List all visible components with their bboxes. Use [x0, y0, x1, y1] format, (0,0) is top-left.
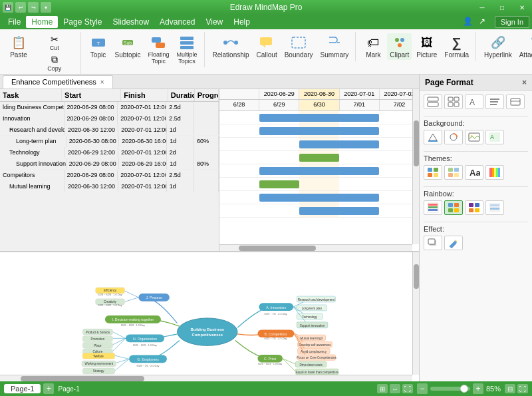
status-page-tab[interactable]: Page-1	[4, 384, 41, 393]
svg-rect-129	[492, 168, 494, 177]
subtopic-icon: Sub	[120, 35, 136, 51]
doc-tab-close[interactable]: ×	[100, 79, 104, 86]
right-panel: Page Format × A	[419, 75, 532, 381]
svg-rect-128	[489, 168, 492, 177]
fullscreen-toggle-button[interactable]: ⛶	[517, 384, 528, 393]
menu-page-style[interactable]: Page Style	[58, 16, 107, 28]
rainbow-btn-3[interactable]	[465, 200, 483, 215]
copy-icon: ⧉	[51, 54, 58, 65]
relationship-button[interactable]: Relationship	[210, 33, 252, 60]
fit-width-button[interactable]: ↔	[390, 384, 400, 393]
svg-text:6/29 ~ 6/29 · 1.0 Day: 6/29 ~ 6/29 · 1.0 Day	[98, 303, 122, 307]
menu-home[interactable]: Home	[26, 16, 58, 28]
mindmap-hscroll[interactable]	[0, 375, 412, 381]
theme-btn-2[interactable]	[444, 165, 463, 180]
title-bar: 💾 ↩ ↪ ▾ Edraw MindMap Pro ─ □ ✕	[0, 0, 532, 15]
svg-text:6/29 ~ 6/29 · 1.0 Day: 6/29 ~ 6/29 · 1.0 Day	[121, 323, 145, 327]
rainbow-btn-1[interactable]	[424, 200, 442, 215]
picture-button[interactable]: 🖼 Picture	[414, 33, 440, 60]
page-format-header: Page Format ×	[420, 75, 532, 91]
sign-in-button[interactable]: Sign In	[495, 16, 529, 28]
svg-text:A: A	[469, 98, 475, 107]
quick-redo-icon[interactable]: ↪	[28, 2, 39, 13]
theme-btn-font[interactable]: Aa	[465, 165, 483, 180]
full-screen-button[interactable]: ⛶	[402, 384, 413, 393]
fit-page-button[interactable]: ⊞	[377, 384, 388, 393]
minimize-button[interactable]: ─	[472, 0, 492, 15]
svg-text:J. Process: J. Process	[146, 296, 162, 299]
add-page-button[interactable]: +	[43, 383, 54, 394]
boundary-button[interactable]: Boundary	[282, 33, 316, 60]
floating-topic-button[interactable]: FloatingTopic	[145, 33, 172, 66]
subtopic-button[interactable]: Sub Subtopic	[112, 33, 144, 60]
theme-btn-rainbow[interactable]	[485, 165, 504, 180]
cut-button[interactable]: ✂ Cut	[33, 33, 76, 52]
menu-advanced[interactable]: Advanced	[154, 16, 200, 28]
multiple-topics-button[interactable]: MultipleTopics	[174, 33, 200, 66]
svg-text:Focus on Core Competencies: Focus on Core Competencies	[297, 356, 336, 359]
svg-text:6/29 ~ 6/29 · 1.0 Day: 6/29 ~ 6/29 · 1.0 Day	[98, 293, 122, 296]
document-tab[interactable]: Enhance Competitiveness ×	[3, 75, 113, 89]
theme-btn-1[interactable]	[424, 165, 442, 180]
maximize-button[interactable]: □	[492, 0, 512, 15]
gantt-vscroll[interactable]	[412, 89, 419, 244]
callout-button[interactable]: Callout	[254, 33, 280, 60]
svg-text:Technology: Technology	[302, 315, 318, 319]
page-format-close[interactable]: ×	[522, 78, 527, 87]
attachments-button[interactable]: 📎 Attachments	[517, 33, 532, 60]
layout-btn-5[interactable]	[506, 95, 525, 109]
summary-button[interactable]: Summary	[318, 33, 352, 60]
rainbow-btn-4[interactable]	[485, 200, 504, 215]
quick-undo-icon[interactable]: ↩	[15, 2, 26, 13]
hscroll-thumb[interactable]	[239, 246, 316, 251]
layout-btn-2[interactable]	[444, 95, 463, 109]
zoom-slider[interactable]	[430, 387, 470, 391]
mindmap-hscroll-thumb[interactable]	[21, 376, 144, 381]
mindmap-vscroll[interactable]	[412, 252, 419, 375]
quick-save-icon[interactable]: 💾	[3, 2, 13, 13]
gantt-section: Task Start Finish Duration Progre... ldi…	[0, 89, 419, 252]
gantt-hscroll[interactable]	[219, 244, 412, 251]
zoom-in-button[interactable]: +	[473, 383, 483, 394]
account-icon[interactable]: 👤	[463, 17, 476, 27]
svg-point-19	[178, 318, 238, 345]
rainbow-btn-2[interactable]	[444, 200, 463, 215]
copy-button[interactable]: ⧉ Copy	[33, 53, 76, 73]
menu-slideshow[interactable]: Slideshow	[107, 16, 154, 28]
bg-btn-pattern[interactable]: A	[485, 130, 504, 144]
paste-button[interactable]: 📋 Paste	[7, 33, 31, 60]
pf-rainbow-section: Rainbow:	[424, 190, 528, 215]
svg-rect-111	[511, 99, 520, 105]
layout-btn-1[interactable]	[424, 95, 442, 109]
topic-button[interactable]: T Topic	[86, 33, 110, 60]
close-button[interactable]: ✕	[512, 0, 532, 15]
menu-view[interactable]: View	[200, 16, 228, 28]
bg-btn-color[interactable]	[444, 130, 463, 144]
zoom-slider-thumb[interactable]	[460, 385, 468, 393]
svg-text:Place: Place	[94, 344, 102, 347]
svg-rect-101	[428, 97, 438, 101]
layout-btn-4[interactable]	[485, 95, 504, 109]
mark-button[interactable]: 🏷 Mark	[361, 33, 385, 60]
layout-btn-3[interactable]: A	[465, 95, 483, 109]
svg-rect-120	[434, 168, 438, 172]
quick-menu-icon[interactable]: ▾	[41, 2, 51, 13]
svg-text:Support innovation: Support innovation	[300, 324, 325, 327]
clipart-button[interactable]: Clipart	[387, 33, 412, 60]
menu-file[interactable]: File	[3, 16, 26, 28]
col-duration-header: Duration	[168, 89, 195, 101]
zoom-out-button[interactable]: −	[417, 383, 428, 394]
mindmap-vscroll-thumb[interactable]	[414, 264, 419, 289]
hyperlink-button[interactable]: 🔗 Hyperlink	[481, 33, 515, 60]
vscroll-thumb[interactable]	[414, 120, 419, 167]
bg-btn-image[interactable]	[465, 130, 483, 144]
layout-view-button[interactable]: ⊟	[505, 384, 515, 393]
bg-btn-paint[interactable]	[424, 130, 442, 144]
share-icon[interactable]: ↗	[479, 17, 492, 27]
effect-btn-edit[interactable]	[444, 236, 463, 250]
effect-btn-shadow[interactable]	[424, 236, 442, 250]
menu-help[interactable]: Help	[228, 16, 255, 28]
gantt-chart: 2020-06-29 2020-06-30 2020-07-01 2020-07…	[219, 89, 419, 251]
formula-button[interactable]: ∑ Formula	[442, 33, 471, 60]
gantt-bar-row	[219, 178, 419, 191]
